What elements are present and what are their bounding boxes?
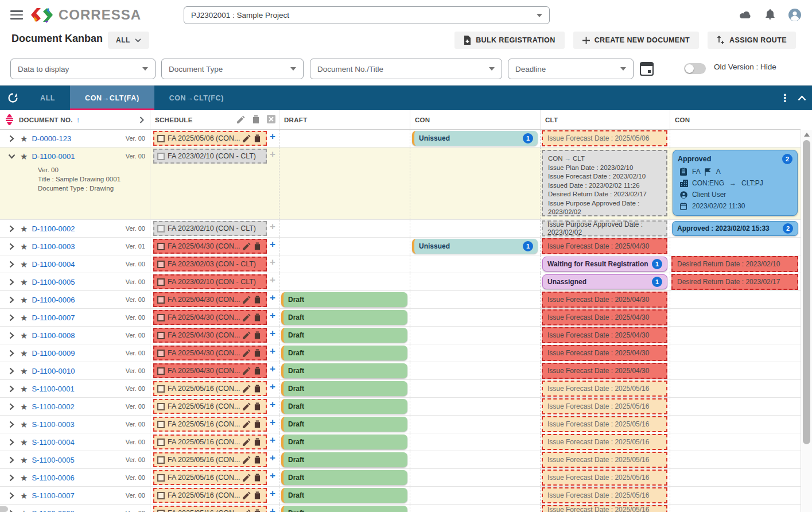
delete-icon[interactable] <box>254 313 263 321</box>
schedule-checkbox[interactable] <box>157 135 165 142</box>
add-schedule-icon[interactable]: + <box>270 506 275 512</box>
favorite-star-icon[interactable]: ★ <box>20 420 28 429</box>
favorite-star-icon[interactable]: ★ <box>20 224 28 233</box>
clt-date-cell[interactable]: Issue Forecast Date : 2025/05/06 <box>542 130 667 146</box>
column-clt[interactable]: CLT <box>545 117 558 123</box>
expand-row-icon[interactable] <box>7 438 16 447</box>
scroll-up-icon[interactable] <box>804 133 810 137</box>
edit-icon[interactable] <box>243 385 251 393</box>
add-schedule-icon[interactable]: + <box>270 435 275 445</box>
document-no-link[interactable]: D-1100-0001 <box>32 152 75 161</box>
add-schedule-icon[interactable]: + <box>270 488 275 498</box>
document-no-link[interactable]: S-1100-0005 <box>32 456 74 464</box>
account-avatar-icon[interactable] <box>788 8 802 24</box>
clear-selection-icon[interactable] <box>267 115 275 125</box>
expand-row-icon[interactable] <box>7 242 16 251</box>
document-no-link[interactable]: D-1100-0003 <box>32 242 75 251</box>
schedule-chip[interactable]: FA 2025/05/16 (CON... <box>153 381 267 396</box>
vertical-scrollbar[interactable] <box>801 130 812 512</box>
favorite-star-icon[interactable]: ★ <box>20 152 28 161</box>
clt-date-cell[interactable]: Issue Forecast Date : 2025/04/30 <box>542 327 667 343</box>
tab-all[interactable]: ALL <box>25 86 70 110</box>
edit-icon[interactable] <box>243 242 251 250</box>
expand-row-icon[interactable] <box>7 456 16 465</box>
add-schedule-icon[interactable]: + <box>270 293 275 302</box>
document-no-link[interactable]: S-1100-0001 <box>32 385 74 393</box>
draft-status-chip[interactable]: Draft <box>281 381 407 396</box>
document-no-title-select[interactable]: Document No./Title <box>310 59 502 79</box>
column-con-2[interactable]: CON <box>675 117 690 123</box>
draft-status-chip[interactable]: Draft <box>281 310 407 325</box>
document-no-link[interactable]: D-1100-0005 <box>32 278 75 286</box>
edit-icon[interactable] <box>243 420 251 428</box>
row-expand-all-icon[interactable] <box>5 114 14 125</box>
delete-icon[interactable] <box>254 474 263 482</box>
schedule-chip[interactable]: FA 2023/02/10 (CON - CLT) <box>153 221 267 236</box>
add-schedule-icon[interactable]: + <box>270 382 275 391</box>
document-no-link[interactable]: D-1100-0004 <box>32 260 75 269</box>
assign-route-button[interactable]: ASSIGN ROUTE <box>708 32 796 49</box>
draft-status-chip[interactable]: Draft <box>281 488 407 503</box>
clt-date-cell[interactable]: Issue Forecast Date : 2025/05/16 <box>542 452 667 468</box>
document-no-link[interactable]: D-1100-0008 <box>32 331 75 340</box>
expand-row-icon[interactable] <box>7 509 16 512</box>
delete-icon[interactable] <box>254 134 263 142</box>
add-schedule-icon[interactable]: + <box>270 399 275 409</box>
tab-con-clt-fc-[interactable]: CON→CLT(FC) <box>154 86 239 110</box>
schedule-chip[interactable]: FA 2025/05/16 (CON... <box>153 399 267 414</box>
delete-icon[interactable] <box>254 402 263 410</box>
schedule-chip[interactable]: FA 2025/05/16 (CON... <box>153 452 267 467</box>
return-date-cell[interactable]: Desired Return Date : 2023/02/17 <box>671 274 798 290</box>
document-no-link[interactable]: D-1100-0002 <box>32 224 75 233</box>
expand-row-icon[interactable] <box>7 278 16 287</box>
favorite-star-icon[interactable]: ★ <box>20 367 28 375</box>
expand-row-icon[interactable] <box>7 331 16 340</box>
schedule-checkbox[interactable] <box>157 243 165 250</box>
delete-icon[interactable] <box>254 242 263 250</box>
draft-status-chip[interactable]: Draft <box>281 452 407 467</box>
create-new-document-button[interactable]: CREATE NEW DOCUMENT <box>573 32 699 49</box>
favorite-star-icon[interactable]: ★ <box>20 456 28 464</box>
project-select[interactable]: PJ2302001 : Sample Project <box>184 6 550 24</box>
schedule-checkbox[interactable] <box>157 350 165 357</box>
clt-date-cell[interactable]: Issue Forecast Date : 2025/04/30 <box>542 363 667 379</box>
clt-date-cell[interactable]: Issue Forecast Date : 2025/04/30 <box>542 309 667 325</box>
schedule-chip[interactable]: FA 2025/05/16 (CON... <box>153 488 267 503</box>
schedule-checkbox[interactable] <box>157 367 165 375</box>
edit-icon[interactable] <box>243 134 251 142</box>
cloud-icon[interactable] <box>739 10 752 22</box>
schedule-checkbox[interactable] <box>157 474 165 482</box>
expand-row-icon[interactable] <box>7 385 16 394</box>
expand-row-icon[interactable] <box>7 420 16 429</box>
return-date-cell[interactable]: Desired Return Date : 2023/02/10 <box>671 256 798 272</box>
draft-status-chip[interactable]: Draft <box>281 417 407 432</box>
schedule-chip[interactable]: FA 2025/04/30 (CON... <box>153 328 267 343</box>
delete-icon[interactable] <box>254 367 263 375</box>
clt-date-cell[interactable]: Issue Forecast Date : 2025/04/30 <box>542 238 667 254</box>
schedule-checkbox[interactable] <box>157 261 165 268</box>
edit-schedule-icon[interactable] <box>237 115 245 125</box>
expand-row-icon[interactable] <box>7 402 16 412</box>
column-draft[interactable]: DRAFT <box>284 117 307 123</box>
favorite-star-icon[interactable]: ★ <box>20 242 28 251</box>
scrollbar-thumb[interactable] <box>803 140 810 444</box>
approved-card[interactable]: Approved2FAACON:ENG→CLT:PJClient User202… <box>673 150 798 216</box>
clt-date-cell[interactable]: Issue Forecast Date : 2025/05/16 <box>542 487 667 503</box>
add-schedule-icon[interactable]: + <box>270 471 275 480</box>
add-schedule-icon[interactable]: + <box>270 453 275 463</box>
document-no-link[interactable]: S-1100-0003 <box>32 420 74 429</box>
favorite-star-icon[interactable]: ★ <box>20 313 28 322</box>
edit-icon[interactable] <box>243 456 251 464</box>
draft-status-chip[interactable]: Draft <box>281 363 407 378</box>
schedule-checkbox[interactable] <box>157 510 165 512</box>
document-no-link[interactable]: D-1100-0009 <box>32 349 75 358</box>
clt-status-chip[interactable]: Unassigned1 <box>542 274 667 289</box>
clt-status-chip[interactable]: Waiting for Result Registration1 <box>542 257 667 271</box>
delete-icon[interactable] <box>254 491 263 499</box>
schedule-checkbox[interactable] <box>157 314 165 321</box>
favorite-star-icon[interactable]: ★ <box>20 385 28 393</box>
add-schedule-icon[interactable]: + <box>270 364 275 374</box>
expand-row-icon[interactable] <box>7 367 16 376</box>
clt-date-cell[interactable]: Issue Forecast Date : 2025/05/16 <box>542 381 667 397</box>
document-no-link[interactable]: D-0000-123 <box>32 134 71 143</box>
